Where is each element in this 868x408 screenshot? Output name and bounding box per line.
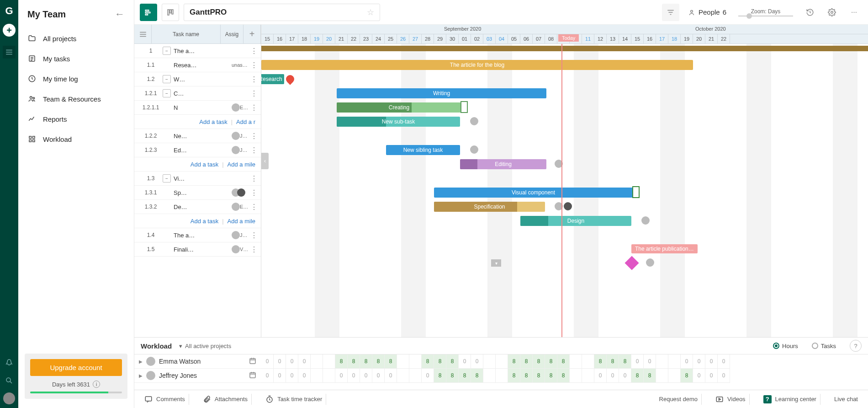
workload-cell[interactable] (311, 354, 323, 369)
task-row[interactable]: 1.4The a…J…⋮ (134, 228, 261, 242)
bar-article[interactable]: The article for the blog (261, 60, 693, 70)
workload-cell[interactable] (397, 354, 409, 369)
collapse-toggle[interactable]: − (163, 47, 171, 55)
chevron-icon[interactable]: ▶ (139, 359, 143, 364)
menu-toggle-icon[interactable] (3, 46, 16, 59)
calendar-icon[interactable] (249, 371, 257, 381)
workload-cell[interactable]: 0 (286, 369, 298, 383)
bar-design[interactable]: Design (520, 216, 631, 226)
sidebar-item-my-tasks[interactable]: My tasks (18, 48, 134, 69)
workload-cell[interactable]: 8 (459, 369, 471, 383)
day-cell[interactable]: 26 (397, 34, 409, 44)
workload-cell[interactable] (483, 354, 496, 369)
collapse-sidebar-icon[interactable]: ← (115, 8, 125, 20)
footer-learning[interactable]: ? Learning center (760, 394, 820, 405)
collapse-toggle[interactable]: − (163, 89, 171, 97)
day-cell[interactable]: 04 (496, 34, 508, 44)
bar-visual[interactable]: Visual component (434, 188, 633, 198)
workload-cell[interactable]: 8 (545, 354, 557, 369)
day-cell[interactable]: 22 (348, 34, 360, 44)
sidebar-item-team-resources[interactable]: Team & Resources (18, 89, 134, 109)
row-menu-icon[interactable]: ⋮ (250, 61, 258, 70)
bar-research[interactable]: Research (261, 74, 284, 84)
radio-hours[interactable]: Hours (773, 343, 798, 349)
day-cell[interactable]: 02 (471, 34, 483, 44)
column-task-name[interactable]: Task name (152, 25, 221, 43)
day-cell[interactable]: 19 (311, 34, 323, 44)
assignee-cell[interactable]: E… (232, 103, 250, 112)
workload-cell[interactable]: 0 (261, 354, 274, 369)
add-task-link[interactable]: Add a task (199, 118, 227, 125)
workload-cell[interactable] (496, 354, 508, 369)
task-row[interactable]: 1.3.2De…E…⋮ (134, 200, 261, 214)
workload-cell[interactable] (570, 369, 582, 383)
assignee-cell[interactable]: J… (232, 146, 250, 154)
search-icon[interactable] (3, 374, 16, 387)
task-name-cell[interactable]: Finali… (174, 246, 232, 253)
day-cell[interactable]: 14 (619, 34, 631, 44)
day-cell[interactable]: 19 (681, 34, 693, 44)
workload-cell[interactable] (570, 354, 582, 369)
task-row[interactable]: 1.2.1−C…⋮ (134, 86, 261, 101)
workload-cell[interactable]: 0 (705, 369, 718, 383)
workload-cell[interactable]: 8 (619, 354, 631, 369)
workload-cell[interactable]: 0 (261, 369, 274, 383)
day-cell[interactable]: 15 (631, 34, 644, 44)
grid-settings-icon[interactable] (134, 25, 152, 43)
task-row[interactable]: 1.2.1.1NE…⋮ (134, 101, 261, 115)
task-name-cell[interactable]: W… (174, 76, 232, 83)
task-name-cell[interactable]: Ne… (174, 133, 232, 140)
day-cell[interactable]: 30 (446, 34, 459, 44)
workload-cell[interactable]: 0 (644, 354, 656, 369)
workload-person-row[interactable]: ▶Emma Watson (134, 354, 261, 369)
scroll-down-icon[interactable]: ▾ (491, 259, 501, 267)
day-cell[interactable]: 25 (385, 34, 397, 44)
workload-cell[interactable]: 0 (631, 354, 644, 369)
task-name-cell[interactable]: The a… (174, 48, 232, 54)
task-name-cell[interactable]: N (174, 104, 232, 111)
bar-newsibling[interactable]: New sibling task (386, 145, 460, 155)
workload-cell[interactable] (397, 369, 409, 383)
gantt-view-button[interactable] (140, 4, 157, 21)
day-cell[interactable]: 18 (668, 34, 681, 44)
row-menu-icon[interactable]: ⋮ (250, 174, 258, 183)
day-cell[interactable]: 03 (483, 34, 496, 44)
workload-cell[interactable]: 8 (434, 369, 446, 383)
row-menu-icon[interactable]: ⋮ (250, 47, 258, 55)
workload-cell[interactable] (496, 369, 508, 383)
workload-cell[interactable]: 8 (434, 354, 446, 369)
workload-filter[interactable]: ▾ All active projects (179, 343, 231, 349)
workload-cell[interactable]: 0 (335, 369, 348, 383)
day-cell[interactable]: 18 (298, 34, 311, 44)
project-title-box[interactable]: GanttPRO ☆ (184, 4, 380, 21)
workload-cell[interactable]: 0 (681, 354, 693, 369)
workload-cell[interactable]: 0 (274, 354, 286, 369)
assignee-cell[interactable]: unas… (232, 62, 250, 68)
workload-cell[interactable]: 8 (557, 354, 570, 369)
day-cell[interactable]: 28 (422, 34, 434, 44)
avatar-icon[interactable] (469, 116, 479, 126)
workload-cell[interactable] (656, 369, 668, 383)
workload-cell[interactable]: 8 (335, 354, 348, 369)
task-name-cell[interactable]: The a… (174, 232, 232, 239)
help-icon[interactable]: ? (850, 340, 862, 352)
favorite-icon[interactable]: ☆ (367, 7, 374, 17)
day-cell[interactable]: 15 (261, 34, 274, 44)
avatar-icon[interactable] (640, 215, 651, 225)
day-cell[interactable]: 23 (360, 34, 372, 44)
workload-cell[interactable]: 0 (385, 369, 397, 383)
task-row[interactable]: 1.2.3Ed…J…⋮ (134, 143, 261, 157)
workload-cell[interactable] (668, 354, 681, 369)
workload-cell[interactable]: 0 (693, 369, 705, 383)
workload-cell[interactable]: 0 (360, 369, 372, 383)
workload-cell[interactable]: 0 (607, 369, 619, 383)
column-assigned[interactable]: Assig (221, 25, 243, 43)
workload-cell[interactable]: 8 (520, 354, 533, 369)
day-cell[interactable]: 17 (286, 34, 298, 44)
workload-cell[interactable]: 8 (385, 354, 397, 369)
filter-button[interactable] (662, 4, 679, 21)
day-cell[interactable]: 16 (644, 34, 656, 44)
day-cell[interactable]: 20 (693, 34, 705, 44)
workload-cell[interactable]: 8 (557, 369, 570, 383)
history-button[interactable] (801, 4, 819, 21)
